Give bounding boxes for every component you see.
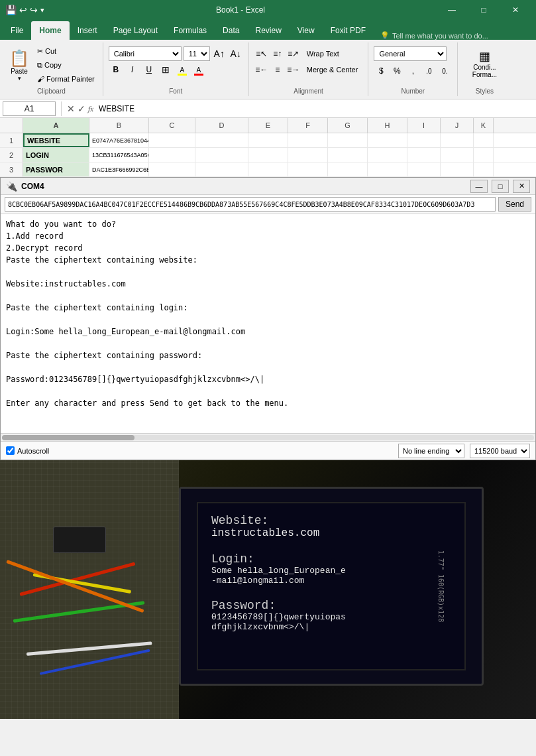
cell-e1[interactable]	[248, 133, 288, 147]
line-ending-select[interactable]: No line ending Newline Carriage return B…	[398, 444, 464, 458]
cell-e3[interactable]	[248, 162, 288, 176]
cell-k2[interactable]	[474, 148, 494, 162]
col-header-f[interactable]: F	[288, 118, 328, 133]
cell-d1[interactable]	[195, 133, 248, 147]
cell-a2[interactable]: LOGIN	[23, 148, 89, 162]
tab-file[interactable]: File	[3, 21, 31, 40]
percent-button[interactable]: %	[390, 64, 404, 78]
save-icon[interactable]: 💾	[5, 5, 17, 15]
cell-c2[interactable]	[149, 148, 195, 162]
format-painter-button[interactable]: 🖌 Format Painter	[34, 72, 97, 86]
redo-icon[interactable]: ↪	[30, 5, 38, 15]
font-name-select[interactable]: Calibri	[109, 46, 182, 61]
cell-i1[interactable]	[407, 133, 441, 147]
col-header-d[interactable]: D	[195, 118, 248, 133]
decrease-decimal-button[interactable]: 0.	[437, 64, 452, 78]
align-top-left-button[interactable]: ≡↖	[254, 46, 269, 61]
cell-a3[interactable]: PASSWOR	[23, 162, 89, 176]
font-size-select[interactable]: 11	[184, 46, 210, 61]
cell-k1[interactable]	[474, 133, 494, 147]
col-header-k[interactable]: K	[474, 118, 494, 133]
col-header-i[interactable]: I	[407, 118, 441, 133]
increase-decimal-button[interactable]: .0	[421, 64, 436, 78]
col-header-b[interactable]: B	[89, 118, 149, 133]
cell-c1[interactable]	[149, 133, 195, 147]
italic-button[interactable]: I	[125, 62, 140, 77]
confirm-formula-icon[interactable]: ✓	[78, 103, 85, 114]
com-minimize-button[interactable]: —	[470, 180, 488, 193]
cell-h2[interactable]	[368, 148, 407, 162]
cell-g1[interactable]	[328, 133, 368, 147]
cell-k3[interactable]	[474, 162, 494, 176]
cell-f1[interactable]	[288, 133, 328, 147]
autoscroll-checkbox[interactable]	[6, 446, 15, 455]
com-scrollbar[interactable]	[1, 433, 535, 441]
autoscroll-checkbox-label[interactable]: Autoscroll	[6, 446, 49, 455]
align-right-button[interactable]: ≡→	[286, 62, 301, 77]
com-terminal[interactable]: What do you want to do? 1.Add record 2.D…	[1, 214, 535, 433]
cell-j1[interactable]	[441, 133, 474, 147]
insert-function-icon[interactable]: 𝑓𝑥	[88, 104, 93, 113]
underline-button[interactable]: U	[142, 62, 156, 77]
baud-rate-select[interactable]: 300 baud 1200 baud 2400 baud 4800 baud 9…	[470, 444, 530, 458]
decrease-font-button[interactable]: A↓	[229, 46, 243, 61]
undo-icon[interactable]: ↩	[19, 5, 27, 15]
comma-button[interactable]: ,	[405, 64, 420, 78]
close-button[interactable]: ✕	[500, 0, 531, 20]
cell-d3[interactable]	[195, 162, 248, 176]
cell-b3[interactable]: DAC1E3F666992C6B285C9AF30E2ACE6807EAB705…	[89, 162, 149, 176]
tab-view[interactable]: View	[290, 21, 323, 40]
scroll-track[interactable]	[2, 435, 534, 440]
cell-b2[interactable]: 13CB311676543A05C9B06906AA7ABD263AA6EE75…	[89, 148, 149, 162]
paste-dropdown-icon[interactable]: ▾	[18, 75, 21, 82]
cell-g2[interactable]	[328, 148, 368, 162]
cell-b1[interactable]: E0747A76E36781044252C30B27ECC6AE610F9A4E…	[89, 133, 149, 147]
tab-home[interactable]: Home	[31, 21, 69, 40]
send-button[interactable]: Send	[498, 197, 531, 212]
border-button[interactable]: ⊞	[158, 62, 173, 77]
maximize-button[interactable]: □	[468, 0, 499, 20]
increase-font-button[interactable]: A↑	[212, 46, 227, 61]
cell-j2[interactable]	[441, 148, 474, 162]
tab-formulas[interactable]: Formulas	[166, 21, 215, 40]
fill-color-button[interactable]: A	[175, 62, 189, 77]
cell-i3[interactable]	[407, 162, 441, 176]
tab-data[interactable]: Data	[215, 21, 247, 40]
font-color-button[interactable]: A	[191, 62, 206, 77]
col-header-h[interactable]: H	[368, 118, 407, 133]
align-top-right-button[interactable]: ≡↗	[286, 46, 301, 61]
copy-button[interactable]: ⧉ Copy	[34, 58, 97, 72]
formula-input[interactable]	[96, 101, 533, 116]
tab-review[interactable]: Review	[247, 21, 289, 40]
currency-button[interactable]: $	[374, 64, 388, 78]
align-top-center-button[interactable]: ≡↑	[270, 46, 285, 61]
scroll-thumb[interactable]	[2, 435, 134, 440]
cell-h3[interactable]	[368, 162, 407, 176]
tab-insert[interactable]: Insert	[70, 21, 105, 40]
tell-me-text[interactable]: Tell me what you want to do...	[392, 32, 488, 40]
cell-h1[interactable]	[368, 133, 407, 147]
align-center-button[interactable]: ≡	[270, 62, 285, 77]
cut-button[interactable]: ✂ Cut	[34, 44, 97, 58]
com-send-input[interactable]	[5, 197, 496, 212]
cell-e2[interactable]	[248, 148, 288, 162]
tab-foxit-pdf[interactable]: Foxit PDF	[323, 21, 374, 40]
paste-button[interactable]: 📋 Paste ▾	[5, 46, 33, 84]
cell-j3[interactable]	[441, 162, 474, 176]
com-close-button[interactable]: ✕	[513, 180, 530, 193]
cell-f2[interactable]	[288, 148, 328, 162]
cancel-formula-icon[interactable]: ✕	[67, 103, 75, 114]
cell-f3[interactable]	[288, 162, 328, 176]
cell-d2[interactable]	[195, 148, 248, 162]
cell-i2[interactable]	[407, 148, 441, 162]
cell-reference-input[interactable]	[3, 101, 56, 116]
cell-a1[interactable]: WEBSITE	[23, 133, 89, 147]
col-header-a[interactable]: A	[23, 118, 89, 133]
merge-center-button[interactable]: Merge & Center	[302, 62, 363, 77]
wrap-text-button[interactable]: Wrap Text	[302, 46, 344, 61]
minimize-button[interactable]: —	[437, 0, 467, 20]
col-header-g[interactable]: G	[328, 118, 368, 133]
col-header-c[interactable]: C	[149, 118, 195, 133]
com-maximize-button[interactable]: □	[492, 180, 509, 193]
bold-button[interactable]: B	[109, 62, 123, 77]
